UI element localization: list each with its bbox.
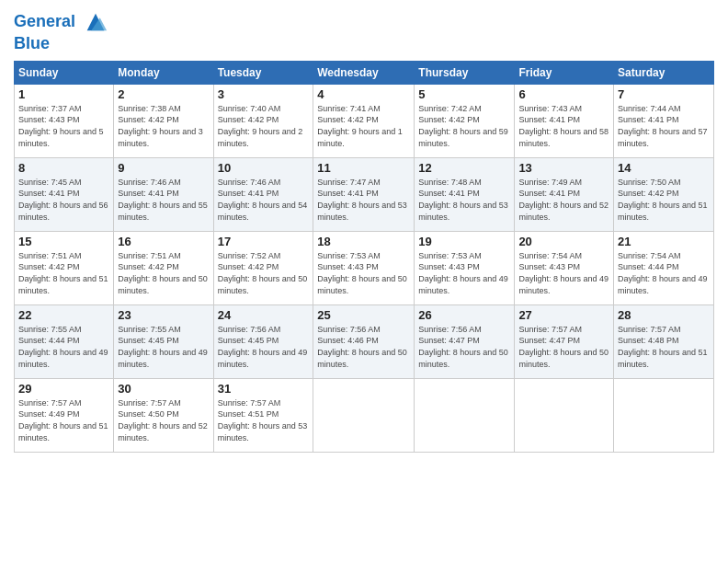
calendar-header-row: SundayMondayTuesdayWednesdayThursdayFrid… (15, 61, 714, 84)
day-info: Sunrise: 7:57 AMSunset: 4:51 PMDaylight:… (218, 397, 310, 443)
day-number: 21 (618, 235, 710, 248)
day-number: 19 (418, 235, 510, 248)
day-number: 3 (218, 87, 310, 101)
day-of-week-header: Friday (515, 61, 614, 84)
day-number: 31 (218, 382, 310, 396)
day-info: Sunrise: 7:57 AMSunset: 4:49 PMDaylight:… (18, 397, 109, 443)
day-info: Sunrise: 7:43 AMSunset: 4:41 PMDaylight:… (518, 103, 609, 149)
day-info: Sunrise: 7:49 AMSunset: 4:41 PMDaylight:… (518, 177, 609, 223)
calendar-cell: 20 Sunrise: 7:54 AMSunset: 4:43 PMDaylig… (515, 231, 614, 304)
day-info: Sunrise: 7:56 AMSunset: 4:45 PMDaylight:… (218, 324, 310, 370)
calendar-table: SundayMondayTuesdayWednesdayThursdayFrid… (14, 61, 714, 453)
day-info: Sunrise: 7:54 AMSunset: 4:44 PMDaylight:… (618, 250, 710, 296)
page-container: General Blue SundayMondayTuesdayWednesda… (0, 0, 728, 563)
calendar-cell: 27 Sunrise: 7:57 AMSunset: 4:47 PMDaylig… (515, 304, 614, 378)
day-number: 18 (317, 235, 410, 248)
day-number: 26 (418, 308, 510, 322)
calendar-cell: 12 Sunrise: 7:48 AMSunset: 4:41 PMDaylig… (415, 157, 515, 231)
calendar-cell (313, 378, 415, 452)
calendar-cell: 6 Sunrise: 7:43 AMSunset: 4:41 PMDayligh… (515, 84, 614, 157)
calendar-cell (614, 378, 714, 452)
header: General Blue (14, 9, 714, 53)
calendar-cell: 3 Sunrise: 7:40 AMSunset: 4:42 PMDayligh… (213, 84, 313, 157)
logo-icon (83, 9, 108, 35)
day-number: 30 (118, 382, 209, 396)
day-info: Sunrise: 7:52 AMSunset: 4:42 PMDaylight:… (218, 250, 310, 296)
calendar-week-row: 15 Sunrise: 7:51 AMSunset: 4:42 PMDaylig… (15, 231, 714, 304)
calendar-cell: 17 Sunrise: 7:52 AMSunset: 4:42 PMDaylig… (213, 231, 313, 304)
calendar-cell: 16 Sunrise: 7:51 AMSunset: 4:42 PMDaylig… (114, 231, 213, 304)
day-info: Sunrise: 7:44 AMSunset: 4:41 PMDaylight:… (618, 103, 710, 149)
day-info: Sunrise: 7:46 AMSunset: 4:41 PMDaylight:… (218, 177, 310, 223)
day-number: 9 (118, 161, 209, 175)
day-of-week-header: Saturday (614, 61, 714, 84)
calendar-cell: 23 Sunrise: 7:55 AMSunset: 4:45 PMDaylig… (114, 304, 213, 378)
day-info: Sunrise: 7:56 AMSunset: 4:46 PMDaylight:… (317, 324, 410, 370)
calendar-cell: 28 Sunrise: 7:57 AMSunset: 4:48 PMDaylig… (614, 304, 714, 378)
calendar-cell: 4 Sunrise: 7:41 AMSunset: 4:42 PMDayligh… (313, 84, 415, 157)
day-number: 13 (518, 161, 609, 175)
calendar-cell: 26 Sunrise: 7:56 AMSunset: 4:47 PMDaylig… (415, 304, 515, 378)
day-info: Sunrise: 7:55 AMSunset: 4:44 PMDaylight:… (18, 324, 109, 370)
calendar-week-row: 8 Sunrise: 7:45 AMSunset: 4:41 PMDayligh… (15, 157, 714, 231)
day-info: Sunrise: 7:45 AMSunset: 4:41 PMDaylight:… (18, 177, 109, 223)
calendar-cell: 19 Sunrise: 7:53 AMSunset: 4:43 PMDaylig… (415, 231, 515, 304)
day-number: 8 (18, 161, 109, 175)
day-of-week-header: Thursday (415, 61, 515, 84)
day-number: 28 (618, 308, 710, 322)
day-number: 27 (518, 308, 609, 322)
day-info: Sunrise: 7:53 AMSunset: 4:43 PMDaylight:… (317, 250, 410, 296)
day-of-week-header: Tuesday (213, 61, 313, 84)
day-info: Sunrise: 7:46 AMSunset: 4:41 PMDaylight:… (118, 177, 209, 223)
calendar-cell: 1 Sunrise: 7:37 AMSunset: 4:43 PMDayligh… (15, 84, 114, 157)
day-of-week-header: Wednesday (313, 61, 415, 84)
calendar-cell: 30 Sunrise: 7:57 AMSunset: 4:50 PMDaylig… (114, 378, 213, 452)
calendar-cell: 8 Sunrise: 7:45 AMSunset: 4:41 PMDayligh… (15, 157, 114, 231)
day-info: Sunrise: 7:47 AMSunset: 4:41 PMDaylight:… (317, 177, 410, 223)
calendar-week-row: 1 Sunrise: 7:37 AMSunset: 4:43 PMDayligh… (15, 84, 714, 157)
day-number: 24 (218, 308, 310, 322)
day-info: Sunrise: 7:57 AMSunset: 4:47 PMDaylight:… (518, 324, 609, 370)
day-number: 5 (418, 87, 510, 101)
calendar-cell: 9 Sunrise: 7:46 AMSunset: 4:41 PMDayligh… (114, 157, 213, 231)
day-info: Sunrise: 7:50 AMSunset: 4:42 PMDaylight:… (618, 177, 710, 223)
logo: General Blue (14, 9, 108, 53)
calendar-cell: 21 Sunrise: 7:54 AMSunset: 4:44 PMDaylig… (614, 231, 714, 304)
day-number: 22 (18, 308, 109, 322)
day-number: 25 (317, 308, 410, 322)
day-info: Sunrise: 7:54 AMSunset: 4:43 PMDaylight:… (518, 250, 609, 296)
calendar-cell: 22 Sunrise: 7:55 AMSunset: 4:44 PMDaylig… (15, 304, 114, 378)
calendar-cell: 13 Sunrise: 7:49 AMSunset: 4:41 PMDaylig… (515, 157, 614, 231)
day-info: Sunrise: 7:55 AMSunset: 4:45 PMDaylight:… (118, 324, 209, 370)
day-of-week-header: Monday (114, 61, 213, 84)
logo-blue: Blue (14, 35, 108, 53)
day-number: 11 (317, 161, 410, 175)
day-number: 4 (317, 87, 410, 101)
calendar-cell: 10 Sunrise: 7:46 AMSunset: 4:41 PMDaylig… (213, 157, 313, 231)
calendar-week-row: 29 Sunrise: 7:57 AMSunset: 4:49 PMDaylig… (15, 378, 714, 452)
day-number: 14 (618, 161, 710, 175)
day-number: 16 (118, 235, 209, 248)
day-number: 15 (18, 235, 109, 248)
calendar-week-row: 22 Sunrise: 7:55 AMSunset: 4:44 PMDaylig… (15, 304, 714, 378)
calendar-cell: 5 Sunrise: 7:42 AMSunset: 4:42 PMDayligh… (415, 84, 515, 157)
day-number: 10 (218, 161, 310, 175)
day-info: Sunrise: 7:40 AMSunset: 4:42 PMDaylight:… (218, 103, 310, 149)
day-number: 7 (618, 87, 710, 101)
day-info: Sunrise: 7:57 AMSunset: 4:48 PMDaylight:… (618, 324, 710, 370)
calendar-cell: 11 Sunrise: 7:47 AMSunset: 4:41 PMDaylig… (313, 157, 415, 231)
day-number: 2 (118, 87, 209, 101)
day-info: Sunrise: 7:56 AMSunset: 4:47 PMDaylight:… (418, 324, 510, 370)
day-number: 1 (18, 87, 109, 101)
calendar-cell: 24 Sunrise: 7:56 AMSunset: 4:45 PMDaylig… (213, 304, 313, 378)
day-of-week-header: Sunday (15, 61, 114, 84)
day-info: Sunrise: 7:48 AMSunset: 4:41 PMDaylight:… (418, 177, 510, 223)
day-info: Sunrise: 7:38 AMSunset: 4:42 PMDaylight:… (118, 103, 209, 149)
day-info: Sunrise: 7:57 AMSunset: 4:50 PMDaylight:… (118, 397, 209, 443)
day-info: Sunrise: 7:51 AMSunset: 4:42 PMDaylight:… (118, 250, 209, 296)
calendar-cell: 31 Sunrise: 7:57 AMSunset: 4:51 PMDaylig… (213, 378, 313, 452)
calendar-cell: 7 Sunrise: 7:44 AMSunset: 4:41 PMDayligh… (614, 84, 714, 157)
day-info: Sunrise: 7:51 AMSunset: 4:42 PMDaylight:… (18, 250, 109, 296)
day-info: Sunrise: 7:37 AMSunset: 4:43 PMDaylight:… (18, 103, 109, 149)
day-number: 23 (118, 308, 209, 322)
